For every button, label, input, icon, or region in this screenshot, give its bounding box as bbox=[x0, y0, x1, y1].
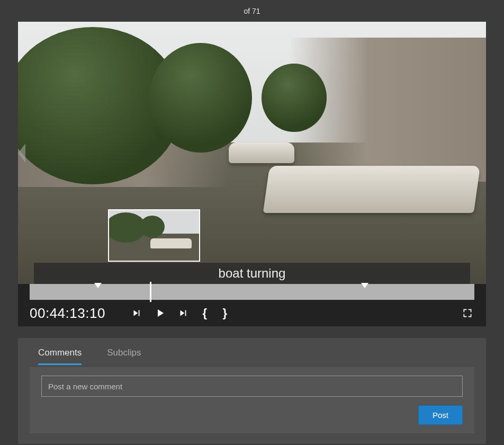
comment-area: Post bbox=[30, 367, 474, 433]
panel-tabs: Comments Subclips bbox=[18, 338, 486, 365]
play-icon bbox=[154, 307, 166, 319]
previous-clip-button[interactable] bbox=[18, 144, 25, 163]
marker-caption: boat turning bbox=[34, 263, 470, 284]
video-frame[interactable]: boat turning bbox=[18, 22, 486, 284]
lower-panel: Comments Subclips Post bbox=[18, 338, 486, 444]
tab-comments[interactable]: Comments bbox=[38, 348, 82, 365]
marker-out-icon[interactable] bbox=[361, 283, 368, 288]
marker-in-icon[interactable] bbox=[94, 283, 102, 288]
player-controls: 00:44:13:10 { } bbox=[18, 300, 486, 326]
playhead[interactable] bbox=[150, 282, 151, 302]
fullscreen-button[interactable] bbox=[461, 306, 474, 320]
skip-back-button[interactable] bbox=[130, 306, 143, 320]
timeline-thumbnail-preview bbox=[108, 209, 200, 262]
timeline[interactable] bbox=[18, 284, 486, 300]
mark-in-button[interactable]: { bbox=[200, 306, 210, 320]
timecode-display: 00:44:13:10 bbox=[30, 305, 105, 322]
scene-tree bbox=[149, 43, 252, 153]
mark-out-button[interactable]: } bbox=[220, 306, 230, 320]
video-player: boat turning 00:44:13:10 { } bbox=[18, 22, 486, 326]
tab-subclips[interactable]: Subclips bbox=[107, 348, 141, 365]
play-button[interactable] bbox=[153, 306, 167, 320]
skip-forward-icon bbox=[177, 307, 189, 319]
scene-tree bbox=[262, 64, 327, 132]
skip-back-icon bbox=[131, 307, 142, 319]
skip-forward-button[interactable] bbox=[176, 306, 190, 320]
post-button[interactable]: Post bbox=[418, 405, 463, 425]
page-counter: of 71 bbox=[0, 0, 504, 22]
comment-input[interactable] bbox=[41, 376, 463, 397]
timeline-track[interactable] bbox=[30, 284, 474, 300]
scene-boat bbox=[263, 166, 480, 213]
scene-boat bbox=[229, 143, 294, 164]
fullscreen-icon bbox=[462, 308, 473, 318]
